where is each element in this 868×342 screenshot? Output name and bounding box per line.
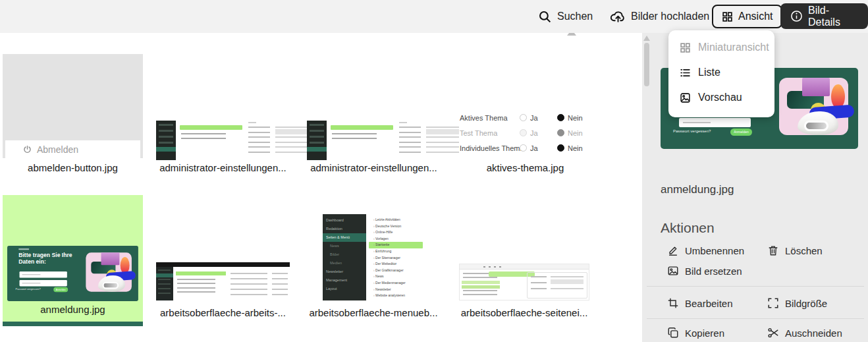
menu-item-vorschau[interactable]: Vorschau: [668, 85, 774, 110]
thumbnail-menuebaum: DashboardRedaktionSeiten & MenüNewsBilde…: [323, 214, 423, 300]
rename-button[interactable]: Umbenennen: [667, 244, 744, 257]
menu-item-miniaturansicht[interactable]: Miniaturansicht: [668, 35, 774, 60]
resize-icon: [767, 297, 779, 309]
gallery-tile-admin-1[interactable]: administrator-einstellungen...: [156, 121, 290, 175]
upload-label: Bilder hochladen: [631, 11, 709, 22]
view-dropdown-menu: Miniaturansicht Liste Vorschau: [668, 30, 774, 117]
search-icon: [538, 10, 552, 24]
thumbnail-anmeldung: Bitte tragen Sie IhreDaten ein: Passwort…: [7, 246, 138, 301]
selection-indicator: [3, 322, 143, 326]
thumbnail-admin-settings: [307, 121, 441, 160]
tile-caption: arbeitsoberflaeche-arbeits-...: [156, 307, 290, 318]
scrollbar-up-arrow[interactable]: [643, 36, 650, 41]
abmelden-mini-button: Abmelden: [5, 140, 140, 158]
toolbar: Suchen Bilder hochladen Ansicht Bild-Det…: [0, 0, 868, 33]
image-icon: [680, 92, 691, 103]
search-label: Suchen: [557, 11, 593, 22]
gallery-tile-arbeits[interactable]: arbeitsoberflaeche-arbeits-...: [156, 262, 290, 322]
gallery-tile-aktives-thema[interactable]: Aktives Thema Ja Nein Test Thema Ja Nein…: [459, 112, 591, 175]
power-icon: [23, 145, 32, 154]
image-icon: [667, 265, 679, 277]
gallery-tile-abmelden[interactable]: Abmelden abmelden-button.jpg: [3, 54, 143, 175]
cut-button[interactable]: Auschneiden: [767, 326, 842, 339]
menu-item-liste[interactable]: Liste: [668, 60, 774, 85]
search-button[interactable]: Suchen: [538, 8, 593, 25]
actions-heading: Aktionen: [661, 220, 715, 236]
gallery-tile-menueb[interactable]: DashboardRedaktionSeiten & MenüNewsBilde…: [307, 214, 440, 322]
thumbnail-arbeitsoberflaeche: [156, 262, 290, 300]
list-icon: [680, 67, 691, 78]
divider: [647, 318, 864, 319]
tile-caption: administrator-einstellungen...: [307, 162, 441, 173]
thumbnail-aktives-thema: Aktives Thema Ja Nein Test Thema Ja Nein…: [459, 112, 591, 156]
view-label: Ansicht: [738, 11, 773, 22]
copy-icon: [667, 327, 679, 339]
gallery-tile-anmeldung-selected[interactable]: Bitte tragen Sie IhreDaten ein: Passwort…: [3, 195, 143, 326]
selected-image-title: anmeldung.jpg: [661, 183, 734, 196]
radio-off: [520, 114, 527, 121]
upload-button[interactable]: Bilder hochladen: [610, 8, 709, 25]
tile-caption: arbeitsoberflaeche-seitenei...: [458, 307, 591, 318]
thumbnail-seiteneigenschaften: [459, 264, 589, 300]
delete-button[interactable]: Löschen: [767, 244, 823, 257]
grid-icon: [680, 42, 691, 53]
pencil-icon: [667, 244, 679, 256]
info-icon: [790, 10, 803, 22]
gallery-tile-seitenei[interactable]: arbeitsoberflaeche-seitenei...: [458, 264, 591, 322]
thumbnail-abmelden: Abmelden: [3, 54, 143, 158]
radio-on: [557, 129, 564, 136]
tile-caption: abmelden-button.jpg: [3, 162, 143, 173]
tile-caption-selected: anmeldung.jpg: [3, 304, 143, 315]
edit-button[interactable]: Bearbeiten: [667, 297, 733, 310]
replace-image-button[interactable]: Bild ersetzen: [667, 264, 742, 277]
tile-caption: administrator-einstellungen...: [156, 162, 290, 173]
scrollbar-thumb[interactable]: [644, 43, 649, 86]
grid-icon: [722, 11, 733, 22]
radio-on: [557, 144, 564, 152]
thumbnail-admin-settings: [156, 121, 290, 160]
divider: [647, 286, 864, 287]
radio-on: [557, 114, 564, 121]
image-details-button[interactable]: Bild-Details: [780, 3, 868, 29]
trash-icon: [767, 244, 779, 256]
radio-off: [520, 144, 527, 152]
scissors-icon: [767, 327, 779, 339]
tile-caption: aktives-thema.jpg: [459, 162, 591, 173]
gallery-tile-admin-2[interactable]: administrator-einstellungen...: [307, 121, 441, 175]
radio-off: [520, 129, 527, 136]
crop-icon: [667, 297, 679, 309]
tile-caption: arbeitsoberflaeche-menueb...: [307, 307, 440, 318]
image-size-button[interactable]: Bildgröße: [767, 297, 827, 310]
details-label: Bild-Details: [808, 5, 858, 28]
view-button[interactable]: Ansicht: [712, 5, 782, 28]
copy-button[interactable]: Kopieren: [667, 326, 724, 339]
upload-cloud-icon: [610, 10, 626, 24]
